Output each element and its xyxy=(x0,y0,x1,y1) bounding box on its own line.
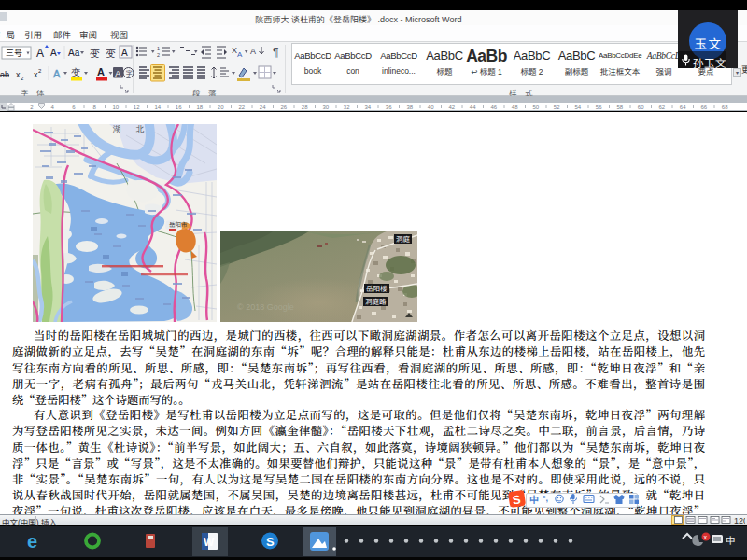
svg-text:A: A xyxy=(237,50,243,59)
svg-text:4: 4 xyxy=(51,105,55,110)
svg-text:ab: ab xyxy=(0,70,9,79)
svg-text:8: 8 xyxy=(93,105,97,110)
svg-text:中: 中 xyxy=(529,492,539,506)
svg-text:字: 字 xyxy=(126,68,133,77)
svg-text:24: 24 xyxy=(260,105,266,110)
svg-text:A: A xyxy=(50,48,57,58)
svg-text:42: 42 xyxy=(448,105,455,110)
svg-text:34: 34 xyxy=(364,105,371,110)
svg-text:1: 1 xyxy=(157,46,160,51)
svg-text:2: 2 xyxy=(21,76,24,81)
svg-text:10: 10 xyxy=(112,105,119,110)
svg-text:S: S xyxy=(266,535,275,549)
svg-text:A: A xyxy=(250,47,256,56)
svg-text:120: 120 xyxy=(734,516,745,525)
svg-text:28: 28 xyxy=(302,105,308,110)
svg-text:26: 26 xyxy=(280,105,287,110)
svg-text:40: 40 xyxy=(428,105,434,110)
svg-text:62: 62 xyxy=(658,105,665,110)
svg-text:60: 60 xyxy=(638,105,644,110)
svg-text:56: 56 xyxy=(596,105,602,110)
svg-text:洞庭: 洞庭 xyxy=(396,233,410,244)
svg-text:变: 变 xyxy=(90,45,100,60)
svg-text:2: 2 xyxy=(38,68,42,74)
svg-text:32: 32 xyxy=(344,105,350,110)
svg-text:16: 16 xyxy=(176,105,182,110)
svg-text:20: 20 xyxy=(218,105,224,110)
svg-text:6: 6 xyxy=(72,105,76,110)
svg-text:36: 36 xyxy=(386,105,392,110)
svg-text:66: 66 xyxy=(700,105,707,110)
svg-text:Aa: Aa xyxy=(68,48,80,58)
svg-text:12: 12 xyxy=(134,105,140,110)
svg-text:岳阳市: 岳阳市 xyxy=(169,219,188,229)
svg-text:22: 22 xyxy=(238,105,245,110)
svg-text:64: 64 xyxy=(680,105,686,110)
svg-text:三号: 三号 xyxy=(6,47,22,59)
svg-text:¶: ¶ xyxy=(273,46,278,59)
svg-text:A: A xyxy=(53,68,61,79)
svg-text:x: x xyxy=(704,534,708,540)
svg-text:50: 50 xyxy=(532,105,539,110)
svg-text:变: 变 xyxy=(106,45,116,60)
svg-text:38: 38 xyxy=(406,105,413,110)
svg-text:W: W xyxy=(204,536,215,549)
svg-text:°,: °, xyxy=(543,494,548,503)
svg-text:68: 68 xyxy=(722,105,728,110)
svg-text:A: A xyxy=(115,69,120,78)
svg-text:48: 48 xyxy=(512,105,518,110)
svg-text:岳阳楼: 岳阳楼 xyxy=(366,283,388,293)
svg-text:A: A xyxy=(121,48,128,58)
svg-text:e: e xyxy=(27,531,37,552)
svg-text:54: 54 xyxy=(574,105,581,110)
svg-text:58: 58 xyxy=(616,105,623,110)
svg-text:2: 2 xyxy=(157,52,160,58)
svg-text:44: 44 xyxy=(470,105,476,110)
svg-text:2: 2 xyxy=(30,105,34,110)
svg-text:© 2018 Google: © 2018 Google xyxy=(237,302,294,312)
svg-text:A: A xyxy=(97,66,105,77)
svg-text:52: 52 xyxy=(554,105,560,110)
svg-text:46: 46 xyxy=(490,105,497,110)
svg-text:14: 14 xyxy=(154,105,161,110)
svg-text:30: 30 xyxy=(322,105,329,110)
svg-text:湖北: 湖北 xyxy=(112,124,159,133)
svg-text:变: 变 xyxy=(71,64,80,78)
svg-text:洞庭路: 洞庭路 xyxy=(365,296,387,306)
svg-text:18: 18 xyxy=(196,105,203,110)
svg-text:中: 中 xyxy=(726,533,736,547)
svg-text:A: A xyxy=(36,47,44,60)
